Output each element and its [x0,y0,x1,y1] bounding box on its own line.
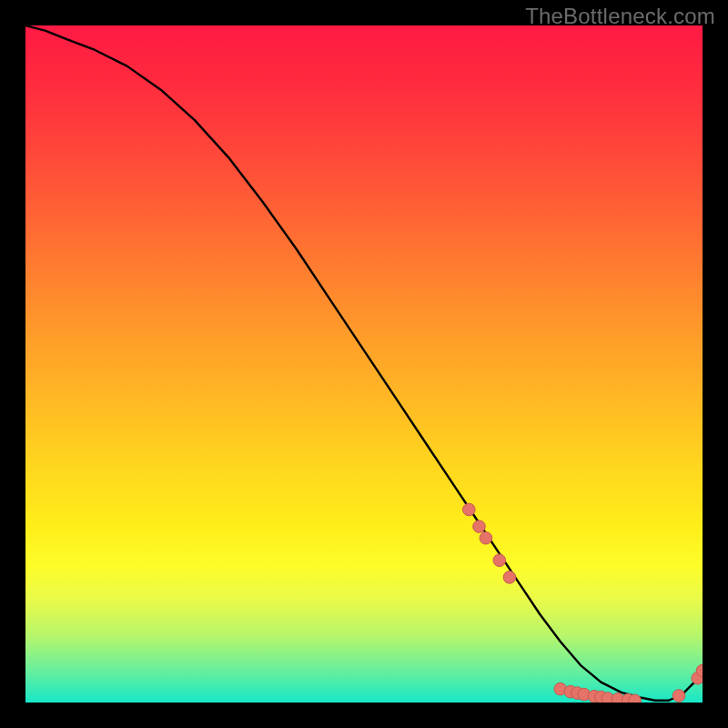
data-marker [480,531,492,544]
data-markers [463,503,703,703]
bottleneck-curve [25,25,703,701]
data-marker [629,694,642,703]
data-marker [503,571,516,584]
data-marker [493,554,506,567]
data-marker [473,521,486,533]
chart-frame: TheBottleneck.com [0,0,728,728]
plot-area [25,25,703,703]
data-marker [672,690,685,703]
chart-svg [25,25,703,703]
data-marker [463,503,476,516]
